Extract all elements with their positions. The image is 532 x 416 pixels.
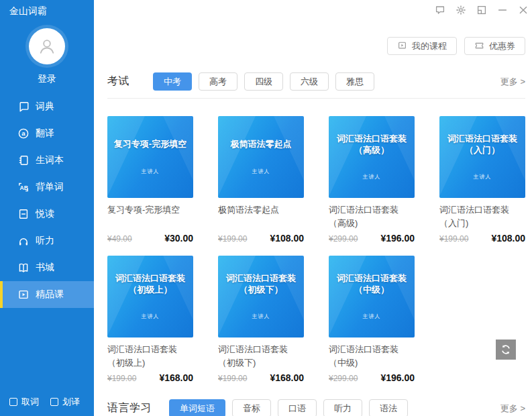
sidebar-item-listening[interactable]: 听力 (0, 227, 94, 254)
thumbnail-title: 词汇语法口语套装（高级） (329, 134, 415, 156)
reading-icon (17, 208, 30, 220)
capture-word-toggle[interactable]: 取词 (9, 396, 39, 408)
language-tab[interactable]: 单词短语 (169, 399, 225, 416)
course-thumbnail[interactable]: 复习专项-完形填空主讲人 (107, 116, 193, 198)
sidebar-item-bookstore[interactable]: 书城 (0, 254, 94, 281)
avatar[interactable] (29, 28, 65, 64)
language-more-link[interactable]: 更多 > (500, 403, 525, 415)
sidebar-item-memorize[interactable]: AB背单词 (0, 174, 94, 201)
sidebar-item-translate[interactable]: a翻译 (0, 120, 94, 147)
language-tab[interactable]: 口语 (278, 399, 317, 416)
user-icon (37, 36, 57, 56)
app-window: 金山词霸 登录 词典a翻译生词本AB背单词悦读听力书城精品课 取词划译 我的课程… (0, 0, 532, 416)
language-tab[interactable]: 语法 (369, 399, 408, 416)
main-content: 我的课程优惠券 考试 中考高考四级六级雅思 更多 > 复习专项-完形填空主讲人复… (94, 0, 532, 416)
exam-section-head: 考试 中考高考四级六级雅思 更多 > (107, 72, 525, 91)
price-row: ¥199.00¥108.00 (439, 233, 525, 244)
price-row: ¥299.00¥196.00 (329, 233, 415, 244)
current-price: ¥168.00 (270, 372, 304, 383)
feedback-icon[interactable] (435, 5, 445, 15)
price-row: ¥49.00¥30.00 (107, 233, 193, 244)
course-thumbnail[interactable]: 词汇语法口语套装（高级）主讲人 (329, 116, 415, 198)
course-thumbnail[interactable]: 极简语法零起点主讲人 (218, 116, 304, 198)
thumbnail-title: 词汇语法口语套装（初级上） (107, 273, 193, 296)
thumbnail-subtitle: 主讲人 (474, 173, 492, 180)
course-card[interactable]: 词汇语法口语套装（中级）主讲人词汇语法口语套装（中级)¥299.00¥196.0… (329, 256, 415, 383)
play-square-icon (397, 40, 407, 52)
sidebar-item-label: 书城 (36, 262, 54, 274)
course-thumbnail[interactable]: 词汇语法口语套装（中级）主讲人 (329, 256, 415, 337)
course-card[interactable]: 词汇语法口语套装（初级上）主讲人词汇语法口语套装（初级上)¥199.00¥168… (107, 256, 193, 383)
course-title: 词汇语法口语套装（初级下) (218, 343, 304, 370)
current-price: ¥108.00 (491, 233, 525, 244)
language-section-head: 语言学习 单词短语音标口语听力语法 更多 > (107, 399, 525, 416)
ticket-icon (474, 40, 484, 52)
thumbnail-title: 词汇语法口语套装（初级下） (218, 273, 304, 296)
coupons-button[interactable]: 优惠券 (464, 37, 525, 55)
sidebar-item-dictionary[interactable]: 词典 (0, 93, 94, 120)
language-tab[interactable]: 听力 (323, 399, 362, 416)
old-price: ¥199.00 (439, 234, 468, 244)
thumbnail-subtitle: 主讲人 (363, 173, 381, 180)
course-card[interactable]: 复习专项-完形填空主讲人复习专项-完形填空¥49.00¥30.00 (107, 116, 193, 244)
course-card[interactable]: 词汇语法口语套装（高级）主讲人词汇语法口语套装（高级)¥299.00¥196.0… (329, 116, 415, 244)
current-price: ¥30.00 (164, 233, 193, 244)
exam-tab[interactable]: 雅思 (335, 72, 374, 91)
exam-tab[interactable]: 六级 (290, 72, 329, 91)
toggle-label: 划译 (62, 396, 80, 408)
exam-section: 考试 中考高考四级六级雅思 更多 > 复习专项-完形填空主讲人复习专项-完形填空… (107, 72, 525, 383)
course-grid: 复习专项-完形填空主讲人复习专项-完形填空¥49.00¥30.00极简语法零起点… (107, 116, 525, 383)
price-row: ¥199.00¥168.00 (218, 372, 304, 383)
close-icon[interactable] (518, 5, 529, 15)
app-title: 金山词霸 (0, 0, 94, 17)
exam-more-link[interactable]: 更多 > (500, 76, 525, 88)
current-price: ¥196.00 (380, 233, 415, 244)
translate-icon: a (17, 127, 30, 140)
old-price: ¥199.00 (218, 374, 247, 383)
language-section-title: 语言学习 (107, 401, 152, 415)
old-price: ¥49.00 (107, 234, 132, 244)
thumbnail-subtitle: 主讲人 (142, 313, 160, 320)
toggle-label: 取词 (21, 396, 39, 408)
minimize-icon[interactable] (497, 5, 508, 15)
current-price: ¥196.00 (380, 372, 415, 383)
sidebar-item-label: 精品课 (36, 289, 64, 301)
thumbnail-subtitle: 主讲人 (252, 313, 270, 320)
sidebar-item-label: 生词本 (36, 154, 64, 166)
divider (107, 98, 525, 99)
course-thumbnail[interactable]: 词汇语法口语套装（入门）主讲人 (439, 116, 525, 198)
exam-tab[interactable]: 中考 (153, 72, 192, 91)
course-thumbnail[interactable]: 词汇语法口语套装（初级下）主讲人 (218, 256, 304, 337)
sidebar-item-wordbook[interactable]: 生词本 (0, 147, 94, 174)
exam-tab[interactable]: 高考 (199, 72, 237, 91)
language-section: 语言学习 单词短语音标口语听力语法 更多 > (107, 399, 525, 416)
thumbnail-subtitle: 主讲人 (252, 168, 270, 175)
svg-text:a: a (21, 129, 25, 137)
sidebar-item-label: 听力 (36, 235, 54, 247)
sidebar-footer: 取词划译 (9, 396, 80, 408)
my-courses-button[interactable]: 我的课程 (387, 37, 457, 55)
course-card[interactable]: 极简语法零起点主讲人极简语法零起点¥199.00¥108.00 (218, 116, 304, 244)
settings-icon[interactable] (456, 5, 466, 15)
highlight-translate-checkbox[interactable] (50, 398, 58, 406)
memorize-icon: AB (17, 181, 30, 193)
course-thumbnail[interactable]: 词汇语法口语套装（初级上）主讲人 (107, 256, 193, 337)
sidebar-item-courses[interactable]: 精品课 (0, 281, 94, 308)
language-tab[interactable]: 音标 (232, 399, 271, 416)
course-card[interactable]: 词汇语法口语套装（入门）主讲人词汇语法口语套装（入门)¥199.00¥108.0… (439, 116, 525, 244)
sidebar-item-label: 背单词 (36, 181, 64, 193)
thumbnail-title: 极简语法零起点 (227, 139, 295, 150)
refresh-button[interactable] (496, 340, 516, 360)
mini-window-icon[interactable] (476, 5, 487, 15)
current-price: ¥108.00 (270, 233, 304, 244)
button-label: 优惠券 (489, 40, 515, 52)
capture-word-checkbox[interactable] (9, 398, 17, 406)
exam-tabs: 中考高考四级六级雅思 (153, 72, 374, 91)
titlebar-icons (435, 5, 529, 15)
highlight-translate-toggle[interactable]: 划译 (50, 396, 80, 408)
course-title: 复习专项-完形填空 (107, 203, 193, 230)
course-card[interactable]: 词汇语法口语套装（初级下）主讲人词汇语法口语套装（初级下)¥199.00¥168… (218, 256, 304, 383)
exam-tab[interactable]: 四级 (244, 72, 283, 91)
sidebar-item-reading[interactable]: 悦读 (0, 201, 94, 227)
login-button[interactable]: 登录 (0, 73, 94, 85)
